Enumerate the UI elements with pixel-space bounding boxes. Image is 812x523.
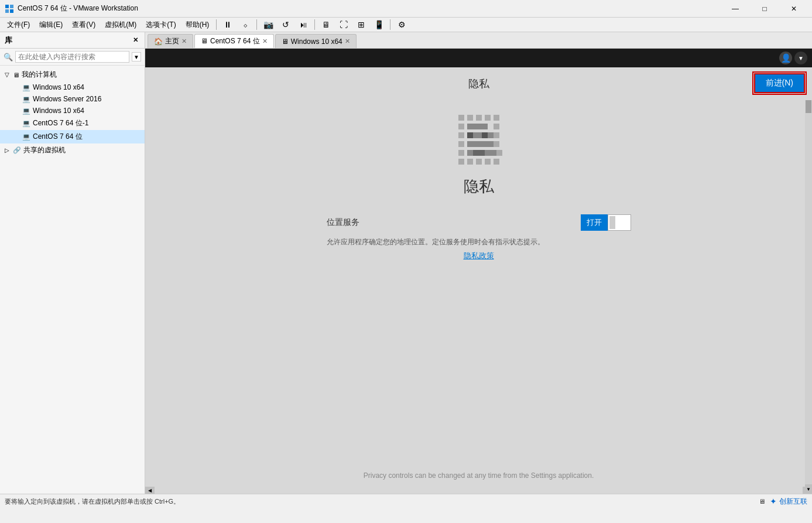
- sidebar-close-button[interactable]: ✕: [131, 36, 140, 45]
- vm-topbar-user-icon[interactable]: 👤: [779, 52, 792, 64]
- vm-topbar-dropdown-icon[interactable]: ▼: [794, 52, 807, 64]
- vm-header-bar: 隐私 前进(N): [145, 67, 812, 100]
- svg-rect-3: [10, 9, 13, 13]
- svg-rect-1: [10, 5, 13, 8]
- window-controls: — □ ✕: [722, 0, 807, 18]
- toolbar-unity-btn[interactable]: ⊞: [352, 18, 370, 31]
- hscroll-left-btn[interactable]: ◀: [145, 487, 155, 494]
- svg-rect-11: [494, 124, 499, 129]
- toolbar-view2-btn[interactable]: 📱: [370, 18, 388, 31]
- vm-scrollbar[interactable]: ▲ ▼: [805, 67, 812, 494]
- toolbar-revert-btn[interactable]: ↺: [277, 18, 294, 31]
- minimize-button[interactable]: —: [722, 0, 749, 18]
- toolbar-pause-btn[interactable]: ⏸: [219, 18, 237, 31]
- svg-rect-18: [458, 141, 464, 147]
- menu-bar: 文件(F) 编辑(E) 查看(V) 虚拟机(M) 选项卡(T) 帮助(H) ⏸ …: [0, 18, 812, 32]
- setting-toggle: 打开: [581, 214, 631, 231]
- menu-vm[interactable]: 虚拟机(M): [100, 18, 141, 32]
- svg-rect-16: [488, 132, 494, 138]
- vm-content: ▲ ▼ 隐私 前进(N): [145, 67, 812, 494]
- menu-edit[interactable]: 编辑(E): [35, 18, 67, 32]
- privacy-policy-link[interactable]: 隐私政策: [464, 251, 494, 261]
- hscroll-track: [155, 487, 803, 494]
- scroll-down-btn[interactable]: ▼: [805, 484, 812, 494]
- tab-win10-close[interactable]: ✕: [345, 37, 350, 45]
- svg-rect-20: [494, 141, 499, 147]
- tab-home-label: 主页: [165, 36, 179, 46]
- tab-win10[interactable]: 🖥 Windows 10 x64 ✕: [275, 34, 357, 48]
- vm-label: CentOS 7 64 位-1: [33, 118, 88, 128]
- menu-view[interactable]: 查看(V): [67, 18, 100, 32]
- location-service-label: 位置服务: [327, 217, 581, 228]
- vm-topbar: 👤 ▼: [145, 49, 812, 67]
- svg-rect-7: [485, 115, 491, 121]
- toolbar-separator-3: [314, 19, 315, 30]
- close-button[interactable]: ✕: [780, 0, 807, 18]
- location-service-description: 允许应用程序确定您的地理位置。定位服务使用时会有指示状态提示。: [327, 237, 631, 247]
- toggle-open-button[interactable]: 打开: [581, 214, 608, 231]
- app-icon: [5, 4, 14, 13]
- svg-rect-28: [467, 159, 473, 165]
- tab-home[interactable]: 🏠 主页 ✕: [148, 34, 193, 48]
- toggle-thumb: [609, 216, 615, 229]
- home-icon: 🏠: [154, 37, 163, 46]
- vm-label: Windows Server 2016: [33, 95, 101, 103]
- tab-centos-close[interactable]: ✕: [262, 37, 268, 45]
- svg-rect-4: [458, 115, 464, 121]
- computer-icon: 🖥: [13, 71, 19, 78]
- sidebar-item-win10-1[interactable]: 💻 Windows 10 x64: [0, 81, 145, 93]
- toolbar-split-btn[interactable]: ⬦: [237, 18, 254, 31]
- search-dropdown-btn[interactable]: ▼: [132, 52, 141, 61]
- forward-button[interactable]: 前进(N): [754, 73, 805, 93]
- svg-rect-27: [458, 159, 464, 165]
- shared-label: 共享的虚拟机: [23, 145, 66, 155]
- maximize-button[interactable]: □: [751, 0, 778, 18]
- svg-rect-10: [467, 124, 488, 129]
- sidebar-item-win10-2[interactable]: 💻 Windows 10 x64: [0, 105, 145, 117]
- svg-rect-29: [476, 159, 482, 165]
- svg-rect-31: [494, 159, 499, 165]
- svg-rect-17: [494, 132, 499, 138]
- toolbar-fullscreen-btn[interactable]: ⛶: [335, 18, 352, 31]
- vm-section-title: 隐私: [464, 176, 494, 197]
- sidebar-item-my-computer[interactable]: ▽ 🖥 我的计算机: [0, 68, 145, 81]
- tab-home-close[interactable]: ✕: [181, 37, 187, 45]
- toolbar-separator-4: [390, 19, 390, 30]
- menu-file[interactable]: 文件(F): [2, 18, 35, 32]
- toolbar-settings-btn[interactable]: ⚙: [393, 18, 410, 31]
- tab-bar: 🏠 主页 ✕ 🖥 CentOS 7 64 位 ✕ 🖥 Windows 10 x6…: [145, 32, 812, 49]
- svg-rect-9: [458, 124, 464, 129]
- vm-hscrollbar[interactable]: ◀ ▶: [145, 487, 812, 494]
- tab-centos[interactable]: 🖥 CentOS 7 64 位 ✕: [194, 34, 274, 48]
- svg-rect-23: [473, 150, 485, 156]
- status-icon: 🖥: [759, 498, 765, 505]
- search-icon: 🔍: [4, 53, 13, 61]
- sidebar-item-centos[interactable]: 💻 CentOS 7 64 位: [0, 130, 145, 143]
- sidebar-item-winserver2016[interactable]: 💻 Windows Server 2016: [0, 93, 145, 105]
- svg-rect-22: [467, 150, 473, 156]
- shared-icon: 🔗: [13, 146, 21, 154]
- menu-tab[interactable]: 选项卡(T): [141, 18, 180, 32]
- sidebar-item-shared-vms[interactable]: ▷ 🔗 共享的虚拟机: [0, 143, 145, 157]
- setting-row-location: 位置服务 打开: [327, 214, 631, 231]
- svg-rect-21: [458, 150, 464, 156]
- toolbar-snapshot-btn[interactable]: 📷: [259, 18, 277, 31]
- svg-rect-5: [467, 115, 473, 121]
- vm-page-title: 隐私: [468, 77, 489, 91]
- toolbar-suspend-btn[interactable]: ⏯: [294, 18, 312, 31]
- vm-footer: Privacy controls can be changed at any t…: [145, 467, 812, 487]
- search-input[interactable]: [15, 51, 129, 63]
- toolbar-monitor-btn[interactable]: 🖥: [317, 18, 335, 31]
- brand-icon: ✦: [770, 497, 777, 506]
- brand-name: 创新互联: [779, 497, 807, 507]
- vm-icon: 💻: [22, 107, 30, 115]
- sidebar-title: 库: [5, 35, 12, 46]
- my-computer-label: 我的计算机: [22, 70, 57, 80]
- status-message: 要将输入定向到该虚拟机，请在虚拟机内部单击或按 Ctrl+G。: [5, 497, 180, 506]
- sidebar-item-centos1[interactable]: 💻 CentOS 7 64 位-1: [0, 117, 145, 130]
- toggle-track[interactable]: [608, 214, 631, 231]
- sidebar-header: 库 ✕: [0, 32, 145, 49]
- svg-rect-24: [485, 150, 491, 156]
- menu-help[interactable]: 帮助(H): [181, 18, 214, 32]
- svg-rect-19: [467, 141, 494, 147]
